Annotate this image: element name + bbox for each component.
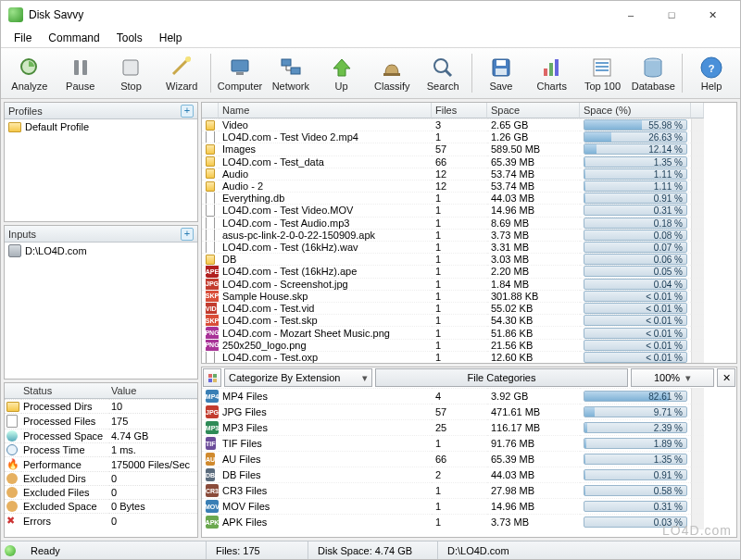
row-name[interactable]: LO4D.com - Test.vid [219, 302, 432, 314]
toolbar-wizard-button[interactable]: Wizard [157, 50, 207, 96]
row-pct: < 0.01 % [580, 351, 691, 363]
inputs-header: Inputs [8, 229, 36, 240]
row-name[interactable]: MP3 Files [219, 419, 432, 435]
row-space: 55.02 KB [487, 302, 580, 314]
column-header[interactable]: Files [432, 103, 487, 118]
row-files: 1 [432, 265, 487, 277]
column-header[interactable]: Name [219, 103, 432, 118]
row-pct: 0.08 % [580, 229, 691, 241]
row-space: 1.26 GB [487, 131, 580, 143]
minimize-button[interactable]: – [610, 2, 651, 28]
classify-icon [380, 56, 404, 80]
category-mode-icon[interactable] [203, 368, 221, 387]
row-name[interactable]: Audio [219, 168, 432, 180]
row-pct: 1.11 % [580, 180, 691, 192]
filetype-icon: APE [206, 265, 219, 277]
toolbar-up-button[interactable]: Up [317, 50, 367, 96]
row-name[interactable]: CR3 Files [219, 482, 432, 498]
svg-rect-14 [544, 68, 547, 76]
status-row-value: 4.74 GB [109, 429, 197, 442]
status-row-value: 0 [109, 513, 197, 528]
row-icon [202, 253, 219, 265]
menu-tools[interactable]: Tools [109, 30, 150, 46]
row-name[interactable]: LO4D.com - Test (16kHz).wav [219, 241, 432, 253]
row-name[interactable]: DB [219, 253, 432, 265]
row-space: 14.96 MB [487, 204, 580, 216]
menu-help[interactable]: Help [152, 30, 190, 46]
toolbar-help-button[interactable]: ?Help [686, 50, 736, 96]
row-files: 1 [432, 131, 487, 143]
row-name[interactable]: LO4D.com - Test Video.MOV [219, 204, 432, 216]
row-pct: 0.31 % [580, 498, 691, 514]
toolbar-computer-button[interactable]: Computer [215, 50, 265, 96]
row-name[interactable]: Video [219, 118, 432, 131]
row-space: 8.69 MB [487, 217, 580, 229]
row-name[interactable]: LO4D.com - Test_data [219, 156, 432, 168]
row-name[interactable]: DB Files [219, 467, 432, 482]
row-name[interactable]: TIF Files [219, 435, 432, 451]
titlebar: Disk Savvy – □ ✕ [1, 1, 740, 29]
list-item[interactable]: D:\LO4D.com [5, 243, 197, 259]
row-pct: 1.11 % [580, 168, 691, 180]
column-header[interactable]: Space [487, 103, 580, 118]
menu-command[interactable]: Command [41, 30, 107, 46]
file-icon [206, 131, 215, 143]
row-name[interactable]: 250x250_logo.png [219, 339, 432, 351]
menu-file[interactable]: File [6, 30, 39, 46]
row-name[interactable]: Images [219, 143, 432, 155]
toolbar-pause-button[interactable]: Pause [56, 50, 106, 96]
row-name[interactable]: Everything.db [219, 192, 432, 204]
add-input-button[interactable]: + [181, 228, 194, 241]
row-files: 1 [432, 514, 487, 529]
close-categories-button[interactable]: ✕ [717, 368, 735, 387]
row-pct: 0.91 % [580, 467, 691, 482]
row-space: 44.03 MB [487, 192, 580, 204]
row-name[interactable]: LO4D.com - Screenshot.jpg [219, 278, 432, 290]
toolbar-database-button[interactable]: Database [628, 50, 678, 96]
filetype-icon: TIF [206, 437, 216, 450]
list-item[interactable]: Default Profile [5, 119, 197, 134]
toolbar-stop-button[interactable]: Stop [107, 50, 157, 96]
category-mode-combo[interactable]: Categorize By Extension▾ [224, 368, 372, 387]
add-profile-button[interactable]: + [181, 105, 194, 118]
toolbar-top-100-button[interactable]: Top 100 [578, 50, 628, 96]
row-name[interactable]: Sample House.skp [219, 290, 432, 302]
row-name[interactable]: asus-pc-link-2-0-0-22-150909.apk [219, 229, 432, 241]
row-name[interactable]: Audio - 2 [219, 180, 432, 192]
toolbar-classify-button[interactable]: Classify [367, 50, 417, 96]
column-header[interactable]: Space (%) [580, 103, 691, 118]
filetype-icon: SKP [206, 314, 219, 326]
row-pct: 1.89 % [580, 435, 691, 451]
row-name[interactable]: MOV Files [219, 498, 432, 514]
filetype-icon: MOV [206, 500, 219, 513]
svg-rect-12 [496, 60, 506, 66]
toolbar-analyze-button[interactable]: Analyze [5, 50, 55, 96]
row-name[interactable]: LO4D.com - Test.skp [219, 314, 432, 326]
svg-rect-1 [74, 60, 79, 75]
file-categories-button[interactable]: File Categories [375, 368, 628, 387]
row-name[interactable]: JPG Files [219, 404, 432, 419]
network-icon [279, 56, 303, 80]
file-icon [206, 192, 215, 204]
maximize-button[interactable]: □ [651, 2, 692, 28]
row-files: 66 [432, 156, 487, 168]
row-icon [202, 156, 219, 168]
row-name[interactable]: LO4D.com - Test Audio.mp3 [219, 217, 432, 229]
folder-icon [206, 144, 215, 155]
toolbar-charts-button[interactable]: Charts [527, 50, 577, 96]
row-name[interactable]: LO4D.com - Test.oxp [219, 351, 432, 363]
zoom-combo[interactable]: 100%▾ [631, 368, 714, 387]
toolbar-save-button[interactable]: Save [476, 50, 526, 96]
row-name[interactable]: LO4D.com - Test (16kHz).ape [219, 265, 432, 277]
row-name[interactable]: AU Files [219, 451, 432, 467]
window-title: Disk Savvy [29, 8, 83, 21]
row-name[interactable]: APK Files [219, 514, 432, 529]
toolbar-network-button[interactable]: Network [266, 50, 316, 96]
row-name[interactable]: MP4 Files [219, 388, 432, 404]
row-name[interactable]: LO4D.com - Mozart Sheet Music.png [219, 326, 432, 338]
toolbar-search-button[interactable]: Search [418, 50, 468, 96]
close-button[interactable]: ✕ [692, 2, 733, 28]
row-icon: MP3 [202, 419, 219, 435]
row-name[interactable]: LO4D.com - Test Video 2.mp4 [219, 131, 432, 143]
file-icon [206, 351, 215, 363]
